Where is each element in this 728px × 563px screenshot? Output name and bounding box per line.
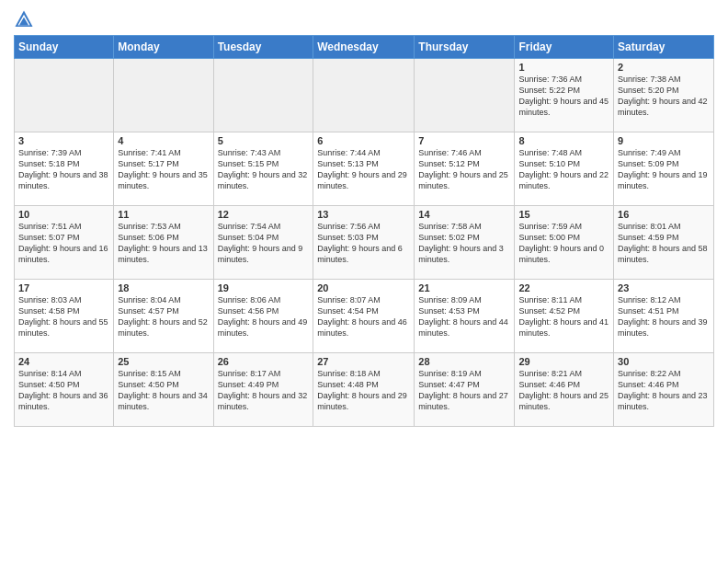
generalblue-icon: [14, 9, 34, 29]
week-row-4: 17Sunrise: 8:03 AM Sunset: 4:58 PM Dayli…: [15, 280, 714, 353]
day-info: Sunrise: 8:06 AM Sunset: 4:56 PM Dayligh…: [218, 294, 310, 339]
day-info: Sunrise: 8:17 AM Sunset: 4:49 PM Dayligh…: [218, 368, 310, 413]
calendar-table: SundayMondayTuesdayWednesdayThursdayFrid…: [14, 35, 714, 427]
calendar-cell: 14Sunrise: 7:58 AM Sunset: 5:02 PM Dayli…: [415, 206, 515, 280]
calendar-cell: 29Sunrise: 8:21 AM Sunset: 4:46 PM Dayli…: [515, 353, 614, 427]
day-info: Sunrise: 7:58 AM Sunset: 5:02 PM Dayligh…: [418, 221, 510, 266]
day-number: 21: [418, 282, 510, 293]
calendar-cell: [415, 59, 515, 132]
calendar-cell: 24Sunrise: 8:14 AM Sunset: 4:50 PM Dayli…: [15, 353, 114, 427]
calendar-cell: 8Sunrise: 7:48 AM Sunset: 5:10 PM Daylig…: [515, 132, 614, 206]
calendar-cell: 28Sunrise: 8:19 AM Sunset: 4:47 PM Dayli…: [415, 353, 515, 427]
day-info: Sunrise: 8:03 AM Sunset: 4:58 PM Dayligh…: [18, 294, 109, 339]
day-info: Sunrise: 7:44 AM Sunset: 5:13 PM Dayligh…: [317, 147, 410, 192]
day-info: Sunrise: 8:01 AM Sunset: 4:59 PM Dayligh…: [618, 221, 710, 266]
calendar-cell: 19Sunrise: 8:06 AM Sunset: 4:56 PM Dayli…: [213, 280, 313, 353]
day-header-friday: Friday: [515, 36, 614, 59]
day-info: Sunrise: 7:56 AM Sunset: 5:03 PM Dayligh…: [317, 221, 410, 266]
day-header-tuesday: Tuesday: [213, 36, 313, 59]
day-number: 13: [317, 209, 410, 220]
day-info: Sunrise: 7:36 AM Sunset: 5:22 PM Dayligh…: [518, 74, 609, 119]
day-info: Sunrise: 8:12 AM Sunset: 4:51 PM Dayligh…: [618, 294, 710, 339]
day-number: 18: [118, 282, 209, 293]
calendar-cell: 9Sunrise: 7:49 AM Sunset: 5:09 PM Daylig…: [614, 132, 714, 206]
calendar-cell: 10Sunrise: 7:51 AM Sunset: 5:07 PM Dayli…: [15, 206, 114, 280]
day-number: 27: [317, 356, 410, 367]
day-info: Sunrise: 8:19 AM Sunset: 4:47 PM Dayligh…: [418, 368, 510, 413]
week-row-1: 1Sunrise: 7:36 AM Sunset: 5:22 PM Daylig…: [15, 59, 714, 132]
day-info: Sunrise: 8:11 AM Sunset: 4:52 PM Dayligh…: [518, 294, 609, 339]
calendar-cell: 18Sunrise: 8:04 AM Sunset: 4:57 PM Dayli…: [114, 280, 213, 353]
day-number: 1: [518, 62, 609, 73]
calendar-cell: 2Sunrise: 7:38 AM Sunset: 5:20 PM Daylig…: [614, 59, 714, 132]
calendar-cell: 26Sunrise: 8:17 AM Sunset: 4:49 PM Dayli…: [213, 353, 313, 427]
day-number: 26: [218, 356, 310, 367]
day-number: 19: [218, 282, 310, 293]
day-header-monday: Monday: [114, 36, 213, 59]
day-info: Sunrise: 7:48 AM Sunset: 5:10 PM Dayligh…: [518, 147, 609, 192]
calendar-cell: [15, 59, 114, 132]
calendar-cell: 30Sunrise: 8:22 AM Sunset: 4:46 PM Dayli…: [614, 353, 714, 427]
calendar-cell: 21Sunrise: 8:09 AM Sunset: 4:53 PM Dayli…: [415, 280, 515, 353]
week-row-5: 24Sunrise: 8:14 AM Sunset: 4:50 PM Dayli…: [15, 353, 714, 427]
day-info: Sunrise: 7:41 AM Sunset: 5:17 PM Dayligh…: [118, 147, 209, 192]
day-info: Sunrise: 8:15 AM Sunset: 4:50 PM Dayligh…: [118, 368, 209, 413]
calendar-cell: 27Sunrise: 8:18 AM Sunset: 4:48 PM Dayli…: [313, 353, 415, 427]
week-row-3: 10Sunrise: 7:51 AM Sunset: 5:07 PM Dayli…: [15, 206, 714, 280]
day-number: 14: [418, 209, 510, 220]
calendar-cell: 6Sunrise: 7:44 AM Sunset: 5:13 PM Daylig…: [313, 132, 415, 206]
day-number: 7: [418, 135, 510, 146]
day-number: 4: [118, 135, 209, 146]
day-number: 22: [518, 282, 609, 293]
day-header-thursday: Thursday: [415, 36, 515, 59]
logo: [14, 9, 38, 29]
calendar-cell: 23Sunrise: 8:12 AM Sunset: 4:51 PM Dayli…: [614, 280, 714, 353]
day-info: Sunrise: 8:18 AM Sunset: 4:48 PM Dayligh…: [317, 368, 410, 413]
day-number: 24: [18, 356, 109, 367]
day-number: 8: [518, 135, 609, 146]
day-number: 9: [618, 135, 710, 146]
day-info: Sunrise: 7:46 AM Sunset: 5:12 PM Dayligh…: [418, 147, 510, 192]
day-number: 3: [18, 135, 109, 146]
calendar-cell: 3Sunrise: 7:39 AM Sunset: 5:18 PM Daylig…: [15, 132, 114, 206]
calendar-cell: 12Sunrise: 7:54 AM Sunset: 5:04 PM Dayli…: [213, 206, 313, 280]
calendar-cell: [213, 59, 313, 132]
week-row-2: 3Sunrise: 7:39 AM Sunset: 5:18 PM Daylig…: [15, 132, 714, 206]
day-number: 23: [618, 282, 710, 293]
day-number: 29: [518, 356, 609, 367]
day-number: 15: [518, 209, 609, 220]
day-info: Sunrise: 7:53 AM Sunset: 5:06 PM Dayligh…: [118, 221, 209, 266]
day-info: Sunrise: 7:51 AM Sunset: 5:07 PM Dayligh…: [18, 221, 109, 266]
calendar-cell: 22Sunrise: 8:11 AM Sunset: 4:52 PM Dayli…: [515, 280, 614, 353]
day-number: 11: [118, 209, 209, 220]
day-info: Sunrise: 7:43 AM Sunset: 5:15 PM Dayligh…: [218, 147, 310, 192]
day-number: 20: [317, 282, 410, 293]
calendar-cell: 25Sunrise: 8:15 AM Sunset: 4:50 PM Dayli…: [114, 353, 213, 427]
calendar-cell: 20Sunrise: 8:07 AM Sunset: 4:54 PM Dayli…: [313, 280, 415, 353]
day-info: Sunrise: 7:54 AM Sunset: 5:04 PM Dayligh…: [218, 221, 310, 266]
calendar-cell: 7Sunrise: 7:46 AM Sunset: 5:12 PM Daylig…: [415, 132, 515, 206]
day-number: 6: [317, 135, 410, 146]
day-number: 17: [18, 282, 109, 293]
day-number: 16: [618, 209, 710, 220]
calendar-cell: 4Sunrise: 7:41 AM Sunset: 5:17 PM Daylig…: [114, 132, 213, 206]
calendar-cell: 16Sunrise: 8:01 AM Sunset: 4:59 PM Dayli…: [614, 206, 714, 280]
day-info: Sunrise: 8:21 AM Sunset: 4:46 PM Dayligh…: [518, 368, 609, 413]
day-info: Sunrise: 8:04 AM Sunset: 4:57 PM Dayligh…: [118, 294, 209, 339]
day-number: 12: [218, 209, 310, 220]
day-info: Sunrise: 7:39 AM Sunset: 5:18 PM Dayligh…: [18, 147, 109, 192]
header: [14, 9, 714, 29]
day-info: Sunrise: 8:14 AM Sunset: 4:50 PM Dayligh…: [18, 368, 109, 413]
day-info: Sunrise: 7:59 AM Sunset: 5:00 PM Dayligh…: [518, 221, 609, 266]
day-number: 10: [18, 209, 109, 220]
day-number: 28: [418, 356, 510, 367]
day-info: Sunrise: 8:09 AM Sunset: 4:53 PM Dayligh…: [418, 294, 510, 339]
calendar-header-row: SundayMondayTuesdayWednesdayThursdayFrid…: [15, 36, 714, 59]
day-header-wednesday: Wednesday: [313, 36, 415, 59]
day-number: 2: [618, 62, 710, 73]
calendar-cell: 5Sunrise: 7:43 AM Sunset: 5:15 PM Daylig…: [213, 132, 313, 206]
day-info: Sunrise: 8:07 AM Sunset: 4:54 PM Dayligh…: [317, 294, 410, 339]
day-number: 5: [218, 135, 310, 146]
calendar-cell: 17Sunrise: 8:03 AM Sunset: 4:58 PM Dayli…: [15, 280, 114, 353]
calendar-cell: 15Sunrise: 7:59 AM Sunset: 5:00 PM Dayli…: [515, 206, 614, 280]
